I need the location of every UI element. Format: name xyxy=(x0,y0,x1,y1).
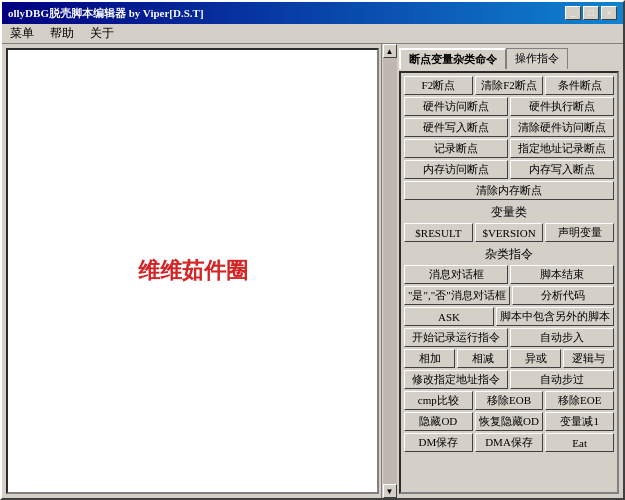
misc-row-2: "是","否"消息对话框 分析代码 xyxy=(404,286,614,305)
btn-restore-hide-od[interactable]: 恢复隐藏OD xyxy=(475,412,544,431)
scroll-track[interactable] xyxy=(383,58,397,484)
scroll-up-button[interactable]: ▲ xyxy=(383,44,397,58)
btn-modify-addr-instr[interactable]: 修改指定地址指令 xyxy=(404,370,508,389)
menu-item-about[interactable]: 关于 xyxy=(86,24,118,43)
bp-row-3: 硬件写入断点 清除硬件访问断点 xyxy=(404,118,614,137)
misc-row-6: 修改指定地址指令 自动步过 xyxy=(404,370,614,389)
btn-and[interactable]: 逻辑与 xyxy=(563,349,614,368)
misc-row-8: 隐藏OD 恢复隐藏OD 变量减1 xyxy=(404,412,614,431)
btn-addr-log-bp[interactable]: 指定地址记录断点 xyxy=(510,139,614,158)
btn-mem-access-bp[interactable]: 内存访问断点 xyxy=(404,160,508,179)
bp-row-4: 记录断点 指定地址记录断点 xyxy=(404,139,614,158)
misc-row-4: 开始记录运行指令 自动步入 xyxy=(404,328,614,347)
btn-auto-step-over[interactable]: 自动步过 xyxy=(510,370,614,389)
window-controls: _ □ × xyxy=(565,6,617,20)
btn-clear-mem-bp[interactable]: 清除内存断点 xyxy=(404,181,614,200)
misc-row-1: 消息对话框 脚本结束 xyxy=(404,265,614,284)
btn-add[interactable]: 相加 xyxy=(404,349,455,368)
btn-f2-bp[interactable]: F2断点 xyxy=(404,76,473,95)
btn-hw-access-bp[interactable]: 硬件访问断点 xyxy=(404,97,508,116)
btn-xor[interactable]: 异或 xyxy=(510,349,561,368)
btn-eat[interactable]: Eat xyxy=(545,433,614,452)
var-row-1: $RESULT $VERSION 声明变量 xyxy=(404,223,614,242)
tab-operations[interactable]: 操作指令 xyxy=(506,48,568,69)
bp-row-5: 内存访问断点 内存写入断点 xyxy=(404,160,614,179)
watermark: 维维茹件圈 xyxy=(138,256,248,286)
misc-row-5: 相加 相减 异或 逻辑与 xyxy=(404,349,614,368)
misc-row-3: ASK 脚本中包含另外的脚本 xyxy=(404,307,614,326)
menu-bar: 菜单 帮助 关于 xyxy=(2,24,623,44)
btn-yesno-dialog[interactable]: "是","否"消息对话框 xyxy=(404,286,510,305)
close-button[interactable]: × xyxy=(601,6,617,20)
btn-start-log-run[interactable]: 开始记录运行指令 xyxy=(404,328,508,347)
btn-hw-exec-bp[interactable]: 硬件执行断点 xyxy=(510,97,614,116)
btn-cond-bp[interactable]: 条件断点 xyxy=(545,76,614,95)
menu-item-help[interactable]: 帮助 xyxy=(46,24,78,43)
btn-result[interactable]: $RESULT xyxy=(404,223,473,242)
scroll-down-button[interactable]: ▼ xyxy=(383,484,397,498)
btn-script-end[interactable]: 脚本结束 xyxy=(510,265,614,284)
btn-sub[interactable]: 相减 xyxy=(457,349,508,368)
btn-hw-write-bp[interactable]: 硬件写入断点 xyxy=(404,118,508,137)
btn-clear-f2-bp[interactable]: 清除F2断点 xyxy=(475,76,544,95)
title-bar: ollyDBG脱壳脚本编辑器 by Viper[D.S.T] _ □ × xyxy=(2,2,623,24)
btn-remove-eob[interactable]: 移除EOB xyxy=(475,391,544,410)
btn-version[interactable]: $VERSION xyxy=(475,223,544,242)
btn-remove-eoe[interactable]: 移除EOE xyxy=(545,391,614,410)
btn-var-dec[interactable]: 变量减1 xyxy=(545,412,614,431)
btn-include-script[interactable]: 脚本中包含另外的脚本 xyxy=(496,307,614,326)
tabs-bar: 断点变量杂类命令 操作指令 xyxy=(399,48,619,69)
bp-row-6: 清除内存断点 xyxy=(404,181,614,200)
btn-cmp[interactable]: cmp比较 xyxy=(404,391,473,410)
btn-hide-od[interactable]: 隐藏OD xyxy=(404,412,473,431)
main-window: ollyDBG脱壳脚本编辑器 by Viper[D.S.T] _ □ × 菜单 … xyxy=(0,0,625,500)
btn-clear-hw-access-bp[interactable]: 清除硬件访问断点 xyxy=(510,118,614,137)
minimize-button[interactable]: _ xyxy=(565,6,581,20)
btn-auto-step-in[interactable]: 自动步入 xyxy=(510,328,614,347)
btn-dma-save[interactable]: DMA保存 xyxy=(475,433,544,452)
btn-analyze-code[interactable]: 分析代码 xyxy=(512,286,614,305)
tab-breakpoints[interactable]: 断点变量杂类命令 xyxy=(399,48,506,69)
section-variables-label: 变量类 xyxy=(404,204,614,221)
btn-ask[interactable]: ASK xyxy=(404,307,494,326)
right-panel: 断点变量杂类命令 操作指令 F2断点 清除F2断点 条件断点 硬件访问断点 硬件… xyxy=(399,48,619,494)
btn-declare-var[interactable]: 声明变量 xyxy=(545,223,614,242)
btn-msg-dialog[interactable]: 消息对话框 xyxy=(404,265,508,284)
section-misc-label: 杂类指令 xyxy=(404,246,614,263)
misc-row-9: DM保存 DMA保存 Eat xyxy=(404,433,614,452)
bp-row-2: 硬件访问断点 硬件执行断点 xyxy=(404,97,614,116)
menu-item-main[interactable]: 菜单 xyxy=(6,24,38,43)
panel-body: F2断点 清除F2断点 条件断点 硬件访问断点 硬件执行断点 硬件写入断点 清除… xyxy=(399,71,619,494)
bp-row-1: F2断点 清除F2断点 条件断点 xyxy=(404,76,614,95)
editor-panel[interactable]: 维维茹件圈 xyxy=(6,48,379,494)
misc-row-7: cmp比较 移除EOB 移除EOE xyxy=(404,391,614,410)
btn-dm-save[interactable]: DM保存 xyxy=(404,433,473,452)
window-title: ollyDBG脱壳脚本编辑器 by Viper[D.S.T] xyxy=(8,6,204,21)
btn-mem-write-bp[interactable]: 内存写入断点 xyxy=(510,160,614,179)
btn-log-bp[interactable]: 记录断点 xyxy=(404,139,508,158)
editor-scrollbar[interactable]: ▲ ▼ xyxy=(381,44,397,498)
maximize-button[interactable]: □ xyxy=(583,6,599,20)
main-content: 维维茹件圈 ▲ ▼ 断点变量杂类命令 操作指令 F2断点 清除F2断点 条件断点 xyxy=(2,44,623,498)
